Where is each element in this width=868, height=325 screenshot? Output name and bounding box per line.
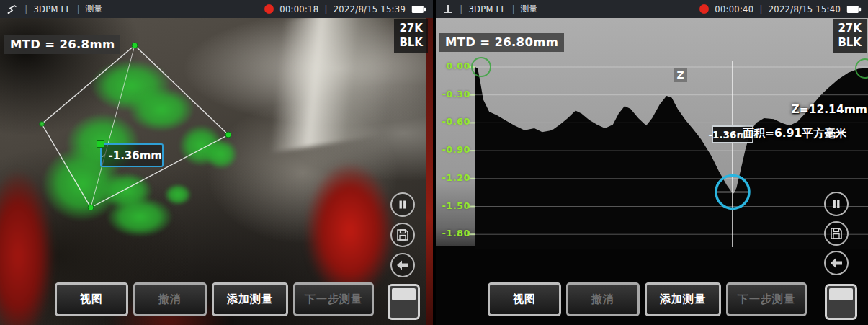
polygon-vertex-handle[interactable] [40, 122, 45, 127]
z-position-label: Z=12.14mm [791, 103, 867, 116]
measurement-polygon-overlay [0, 18, 433, 325]
area-measurement-label: 面积=6.91平方毫米 [743, 126, 846, 141]
add-measurement-button[interactable]: 添加测量 [645, 282, 721, 316]
save-icon [396, 228, 409, 241]
pause-icon [398, 200, 408, 210]
divider: | [324, 4, 327, 14]
view-button[interactable]: 视图 [55, 282, 128, 316]
depth-tick-label: -1.80 [437, 228, 470, 239]
polygon-vertex-handle[interactable] [225, 132, 231, 138]
depth-tick-label: -0.90 [437, 144, 470, 155]
back-arrow-icon [396, 260, 409, 270]
mode-label: 3DPM FF [468, 4, 506, 14]
depth-measurement-label[interactable]: -1.36mm [100, 143, 164, 167]
z-cursor-flag[interactable]: Z [674, 68, 687, 82]
flat-tip-icon [442, 4, 454, 14]
divider: | [460, 4, 462, 14]
divider: | [511, 4, 514, 14]
left-softkey-row: 视图 撤消 添加测量 下一步测量 [55, 282, 374, 316]
mtd-distance-label: MTD = 26.80mm [439, 33, 564, 52]
toggle-state-indicator [829, 288, 853, 300]
image-quality-badge: 27K BLK [394, 19, 428, 53]
pause-button[interactable] [390, 192, 415, 217]
camera-view-panel: | 3DPM FF | 测量 00:00:18 | 2022/8/15 15:3… [0, 0, 433, 325]
depth-value: -1.36mm [109, 149, 163, 162]
depth-tick-label: -0.60 [437, 116, 470, 127]
probe-tip-icon [6, 4, 19, 15]
right-softkey-row: 视图 撤消 添加测量 下一步测量 [488, 282, 807, 316]
divider: | [759, 4, 762, 14]
next-measurement-button[interactable]: 下一步测量 [726, 282, 807, 316]
depth-profile-chart [436, 18, 868, 325]
undo-button[interactable]: 撤消 [133, 282, 207, 316]
depth-tick-label: 0.00 [437, 61, 470, 71]
screen-toggle-button[interactable] [388, 284, 420, 320]
menu-section-label[interactable]: 测量 [521, 4, 538, 14]
save-button[interactable] [390, 223, 415, 247]
badge-line-blk: BLK [399, 35, 423, 50]
record-timer: 00:00:40 [715, 4, 753, 14]
back-button[interactable] [824, 251, 849, 275]
undo-button[interactable]: 撤消 [566, 282, 640, 316]
right-status-bar: | 3DPM FF | 测量 00:00:40 | 2022/8/15 15:4… [436, 0, 868, 18]
save-icon [830, 227, 843, 240]
depth-axis: 0.00-0.30-0.60-0.90-1.20-1.50-1.80 [436, 18, 472, 263]
image-quality-badge: 27K BLK [833, 19, 867, 53]
pause-icon [831, 199, 841, 209]
badge-line-27k: 27K [399, 21, 423, 35]
depth-tick-label: -1.20 [437, 172, 470, 183]
record-indicator-icon [264, 4, 274, 14]
view-button[interactable]: 视图 [488, 282, 561, 316]
mode-label: 3DPM FF [33, 4, 71, 14]
mtd-distance-label: MTD = 26.8mm [4, 35, 120, 54]
depth-tick-label: -0.30 [437, 89, 470, 99]
pause-button[interactable] [824, 192, 849, 216]
datetime-label: 2022/8/15 15:39 [334, 4, 406, 14]
polygon-vertex-handle[interactable] [132, 43, 138, 48]
polygon-vertex-handle[interactable] [88, 205, 94, 210]
save-button[interactable] [824, 221, 849, 246]
record-indicator-icon [699, 4, 709, 14]
divider: | [76, 4, 79, 14]
dual-view-measurement-screen: | 3DPM FF | 测量 00:00:18 | 2022/8/15 15:3… [0, 0, 868, 325]
screen-toggle-button[interactable] [825, 284, 857, 320]
depth-measure-icon [102, 151, 106, 161]
record-timer: 00:00:18 [279, 4, 318, 14]
battery-icon [411, 5, 426, 14]
back-button[interactable] [390, 253, 415, 277]
datetime-label: 2022/8/15 15:40 [769, 4, 841, 14]
depth-tick-label: -1.50 [437, 200, 470, 211]
next-measurement-button[interactable]: 下一步测量 [293, 282, 374, 316]
add-measurement-button[interactable]: 添加测量 [212, 282, 288, 316]
badge-line-blk: BLK [838, 35, 862, 50]
battery-icon [846, 5, 862, 14]
toggle-state-indicator [392, 288, 416, 300]
divider: | [24, 4, 27, 14]
menu-section-label[interactable]: 测量 [86, 4, 103, 14]
badge-line-27k: 27K [838, 21, 862, 35]
back-arrow-icon [830, 258, 843, 268]
left-status-bar: | 3DPM FF | 测量 00:00:18 | 2022/8/15 15:3… [0, 0, 433, 18]
depth-profile-panel: | 3DPM FF | 测量 00:00:40 | 2022/8/15 15:4… [436, 0, 868, 325]
label-anchor-handle[interactable] [97, 140, 104, 148]
